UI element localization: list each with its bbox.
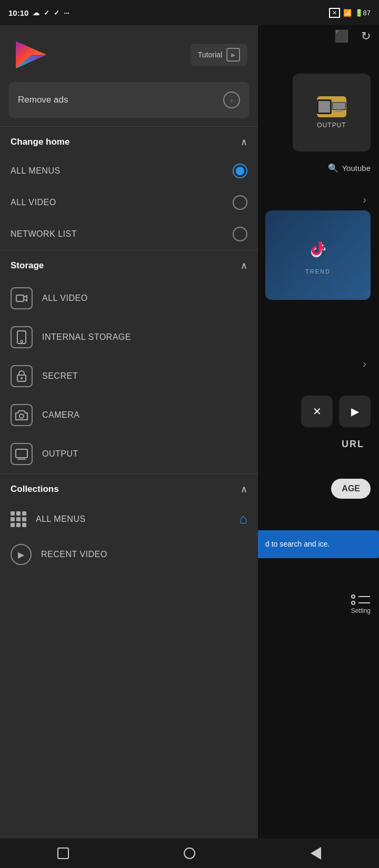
radio-all-video[interactable]: ALL VIDEO <box>0 187 258 218</box>
radio-all-menus-button[interactable] <box>233 164 247 178</box>
radio-all-video-label: ALL VIDEO <box>11 198 56 207</box>
setting-dot-1 <box>351 594 355 599</box>
close-button[interactable]: ✕ <box>301 396 333 427</box>
search-promo: d to search and ice. <box>257 530 379 558</box>
svg-rect-13 <box>19 458 24 459</box>
cast-icon[interactable]: ⬛ <box>334 29 348 43</box>
storage-camera[interactable]: CAMERA <box>0 396 258 435</box>
tutorial-label: Tutorial <box>198 51 222 59</box>
radio-network-list-button[interactable] <box>233 227 247 241</box>
remove-ads-arrow: › <box>223 92 240 108</box>
url-label[interactable]: URL <box>342 439 364 450</box>
storage-all-video[interactable]: ALL VIDEO <box>0 279 258 318</box>
storage-title: Storage <box>11 260 44 271</box>
remove-ads-label: Remove ads <box>18 95 68 105</box>
search-icon: 🔍 <box>328 163 338 173</box>
svg-rect-7 <box>17 331 26 344</box>
more-icon: ··· <box>64 9 69 17</box>
remove-ads-button[interactable]: Remove ads › <box>8 82 250 118</box>
storage-section: Storage ∧ ALL VIDEO INTERNAL STORAGE <box>0 250 258 473</box>
svg-rect-1 <box>337 110 341 112</box>
output-storage-icon <box>11 443 33 465</box>
status-bar: 10:10 ☁ ✓ ✓ ··· ✕ 📶 🔋87 <box>0 0 379 25</box>
time-display: 10:10 <box>8 8 28 17</box>
search-promo-text: d to search and ice. <box>265 540 330 548</box>
lock-icon <box>11 365 33 387</box>
wifi-icon: 📶 <box>343 9 352 17</box>
status-left: 10:10 ☁ ✓ ✓ ··· <box>8 8 69 17</box>
storage-internal-label: INTERNAL STORAGE <box>42 332 131 342</box>
drawer: Tutorial ▶ Remove ads › Change home ∧ AL… <box>0 25 258 839</box>
nav-circle-button[interactable] <box>178 844 201 863</box>
tutorial-play-icon: ▶ <box>226 48 240 62</box>
status-icons-right: ✕ 📶 🔋87 <box>329 8 371 18</box>
collections-title: Collections <box>11 484 59 494</box>
storage-secret-label: SECRET <box>42 371 78 381</box>
setting-line-2 <box>358 602 370 603</box>
tiktok-trend-box[interactable]: TREND <box>265 210 371 300</box>
setting-icon <box>351 594 370 605</box>
youtube-search[interactable]: 🔍 Youtube <box>328 163 371 173</box>
change-home-title: Change home <box>11 137 69 147</box>
collection-recent-video-label: RECENT VIDEO <box>41 550 107 559</box>
play-button[interactable]: ▶ <box>339 396 371 427</box>
triangle-icon <box>311 847 321 860</box>
drawer-header: Tutorial ▶ <box>0 25 258 82</box>
svg-rect-2 <box>335 111 344 112</box>
output-box[interactable]: OUTPUT <box>293 74 371 152</box>
chevron-right-1[interactable]: › <box>363 194 366 206</box>
refresh-icon[interactable]: ↻ <box>361 29 371 43</box>
svg-point-8 <box>21 340 23 342</box>
play-circle-icon: ▶ <box>11 544 32 565</box>
radio-all-menus[interactable]: ALL MENUS <box>0 155 258 187</box>
collections-header[interactable]: Collections ∧ <box>0 474 258 502</box>
age-button[interactable]: AGE <box>331 479 371 499</box>
radio-all-menus-label: ALL MENUS <box>11 166 61 176</box>
collection-all-menus-left: ALL MENUS <box>11 511 86 527</box>
collection-all-menus[interactable]: ALL MENUS ⌂ <box>0 502 258 536</box>
radio-network-list[interactable]: NETWORK LIST <box>0 218 258 250</box>
setting-line-1 <box>358 596 370 597</box>
radio-all-video-button[interactable] <box>233 195 247 210</box>
youtube-label: Youtube <box>342 164 371 173</box>
storage-secret[interactable]: SECRET <box>0 357 258 396</box>
x-icon: ✕ <box>329 8 340 18</box>
tutorial-button[interactable]: Tutorial ▶ <box>191 44 247 66</box>
change-home-header[interactable]: Change home ∧ <box>0 127 258 155</box>
phone-storage-icon <box>11 326 33 348</box>
svg-rect-12 <box>16 449 27 458</box>
square-icon <box>57 847 69 859</box>
storage-header[interactable]: Storage ∧ <box>0 250 258 279</box>
setting-bottom[interactable]: Setting <box>351 594 371 614</box>
right-top-icons[interactable]: ⬛ ↻ <box>334 29 371 43</box>
setting-label: Setting <box>351 607 371 614</box>
radio-network-list-label: NETWORK LIST <box>11 229 77 239</box>
battery-icon: 🔋87 <box>355 9 371 17</box>
svg-rect-0 <box>333 103 346 110</box>
collection-recent-video[interactable]: ▶ RECENT VIDEO <box>0 536 258 573</box>
camera-icon <box>11 404 33 426</box>
storage-output-label: OUTPUT <box>42 449 78 459</box>
chevron-right-2[interactable]: › <box>363 358 366 370</box>
nav-back-button[interactable] <box>304 844 327 863</box>
bottom-nav <box>0 839 379 868</box>
storage-chevron: ∧ <box>241 260 247 271</box>
cloud-icon: ☁ <box>33 9 39 17</box>
svg-rect-14 <box>17 459 26 460</box>
storage-internal[interactable]: INTERNAL STORAGE <box>0 318 258 357</box>
nav-square-button[interactable] <box>52 844 75 863</box>
output-box-icon <box>317 96 346 117</box>
change-home-chevron: ∧ <box>241 136 247 148</box>
tiktok-trend-label: TREND <box>305 268 331 275</box>
collections-chevron: ∧ <box>241 483 247 495</box>
change-home-section: Change home ∧ ALL MENUS ALL VIDEO NETWOR… <box>0 127 258 250</box>
app-logo-icon <box>11 36 53 74</box>
tiktok-logo <box>305 236 331 266</box>
storage-all-video-label: ALL VIDEO <box>42 294 88 303</box>
app-logo <box>11 36 53 74</box>
close-play-buttons: ✕ ▶ <box>301 396 371 427</box>
home-icon-blue: ⌂ <box>239 511 247 527</box>
check-icon-1: ✓ <box>44 9 49 17</box>
storage-output[interactable]: OUTPUT <box>0 435 258 473</box>
video-camera-icon <box>11 287 33 309</box>
